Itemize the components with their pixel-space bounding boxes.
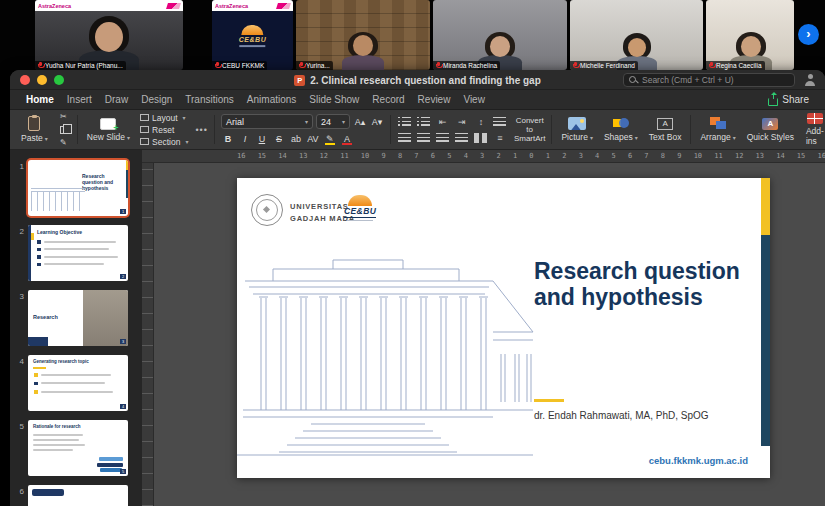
thumbnail-preview-5[interactable]: Rationale for research 5	[28, 420, 128, 476]
convert-to-smartart-button[interactable]: Convert to SmartArt	[514, 116, 546, 144]
tab-view[interactable]: View	[463, 94, 485, 105]
video-tile-3[interactable]: Yurina...	[296, 0, 430, 70]
columns-button[interactable]	[473, 131, 489, 144]
copy-button[interactable]	[56, 124, 71, 135]
thumbnail-row-1[interactable]: 1 Research question and hypothesis 1	[10, 160, 142, 216]
ugm-logo[interactable]	[251, 194, 283, 226]
font-color-button[interactable]: A	[340, 132, 354, 145]
share-icon	[768, 98, 778, 106]
increase-indent-button[interactable]: ⇥	[454, 115, 470, 128]
zoom-next-page-button[interactable]: ›	[798, 24, 819, 45]
thumbnail-row-3[interactable]: 3 Research 3	[10, 290, 142, 346]
align-right-button[interactable]	[435, 131, 451, 144]
tab-record[interactable]: Record	[372, 94, 404, 105]
slide-author[interactable]: dr. Endah Rahmawati, MA, PhD, SpOG	[534, 410, 709, 421]
align-center-button[interactable]	[416, 131, 432, 144]
tab-slide-show[interactable]: Slide Show	[309, 94, 359, 105]
thumbnail-number: 2	[10, 225, 28, 281]
tab-design[interactable]: Design	[141, 94, 172, 105]
astrazeneca-banner: AstraZeneca	[212, 0, 293, 11]
quick-styles-button[interactable]: Quick Styles	[744, 118, 797, 142]
layout-button[interactable]: Layout▾	[138, 112, 190, 123]
font-size-select[interactable]: 24▾	[316, 114, 350, 129]
add-ins-button[interactable]: Add-ins	[803, 113, 825, 146]
video-tile-5[interactable]: Michelle Ferdinand	[570, 0, 703, 70]
numbering-button[interactable]	[416, 115, 432, 128]
tab-transitions[interactable]: Transitions	[185, 94, 234, 105]
slide-website[interactable]: cebu.fkkmk.ugm.ac.id	[649, 455, 748, 466]
section-icon	[140, 138, 149, 145]
justify-button[interactable]	[454, 131, 470, 144]
align-left-icon	[398, 133, 411, 143]
video-tile-6[interactable]: Regina Caecilia	[706, 0, 794, 70]
search-box[interactable]	[623, 73, 795, 87]
thumbnail-row-2[interactable]: 2 Learning Objective 2	[10, 225, 142, 281]
cut-button[interactable]: ✂	[56, 111, 71, 122]
paragraph-group: ⇤ ⇥ ↕ ≡	[397, 113, 508, 146]
arrange-icon	[710, 117, 727, 130]
thumbnail-preview-4[interactable]: Generating research topic 4	[28, 355, 128, 411]
picture-icon	[568, 117, 586, 130]
highlight-color-button[interactable]: ✎	[323, 132, 337, 145]
new-slide-button[interactable]: New Slide▾	[84, 118, 133, 142]
yellow-accent-line[interactable]	[534, 399, 564, 402]
underline-button[interactable]: U	[255, 132, 269, 145]
video-tile-4[interactable]: Miranda Rachelina	[433, 0, 567, 70]
thumbnail-preview-2[interactable]: Learning Objective 2	[28, 225, 128, 281]
shapes-button[interactable]: Shapes▾	[601, 117, 641, 142]
increase-font-size-button[interactable]: A▴	[353, 115, 367, 128]
participant-name-tag: Miranda Rachelina	[433, 61, 500, 70]
slide-thumbnail-panel[interactable]: 1 Research question and hypothesis 1 2 L…	[10, 150, 142, 506]
participant-name-tag: CEBU FKKMK	[212, 61, 267, 70]
text-direction-button[interactable]	[492, 115, 508, 128]
thumbnail-preview-3[interactable]: Research 3	[28, 290, 128, 346]
building-line-art[interactable]	[237, 224, 537, 460]
character-spacing-button[interactable]: AV	[306, 132, 320, 145]
tab-review[interactable]: Review	[418, 94, 451, 105]
tab-insert[interactable]: Insert	[67, 94, 92, 105]
text-shadow-button[interactable]: ab	[289, 132, 303, 145]
share-button[interactable]: Share	[768, 94, 809, 106]
participant-name-tag: Yudha Nur Patria (Phanu...	[35, 61, 126, 70]
slide[interactable]: UNIVERSITAS GADJAH MADA CE&BU	[237, 178, 770, 478]
slide-edge-bar[interactable]	[761, 178, 770, 446]
font-name-select[interactable]: Arial▾	[221, 114, 313, 129]
ribbon-overflow-button[interactable]: •••	[195, 125, 207, 135]
paste-icon	[28, 116, 40, 131]
paste-button[interactable]: Paste▾	[18, 116, 51, 143]
search-input[interactable]	[642, 75, 789, 85]
thumbnail-number: 5	[10, 420, 28, 476]
thumbnail-preview-1[interactable]: Research question and hypothesis 1	[28, 160, 128, 216]
thumbnail-row-4[interactable]: 4 Generating research topic 4	[10, 355, 142, 411]
decrease-indent-button[interactable]: ⇤	[435, 115, 451, 128]
format-painter-button[interactable]: ✎	[56, 137, 71, 148]
mini-building-art	[31, 191, 85, 211]
thumbnail-row-6[interactable]: 6	[10, 485, 142, 506]
italic-button[interactable]: I	[238, 132, 252, 145]
strikethrough-button[interactable]: S	[272, 132, 286, 145]
slide-title[interactable]: Research question and hypothesis	[534, 258, 764, 311]
video-tile-1[interactable]: AstraZeneca Yudha Nur Patria (Phanu...	[35, 0, 183, 70]
copy-icon	[60, 126, 67, 134]
text-box-button[interactable]: Text Box	[646, 118, 685, 142]
thumbnail-row-5[interactable]: 5 Rationale for research	[10, 420, 142, 476]
bullet-list-icon	[398, 117, 411, 127]
line-spacing-button[interactable]: ↕	[473, 115, 489, 128]
align-left-button[interactable]	[397, 131, 413, 144]
reset-button[interactable]: Reset	[138, 124, 190, 135]
ribbon-tabs: Home Insert Draw Design Transitions Anim…	[10, 90, 825, 110]
align-text-button[interactable]: ≡	[492, 131, 508, 144]
tab-home[interactable]: Home	[26, 94, 54, 105]
bullets-button[interactable]	[397, 115, 413, 128]
arrange-button[interactable]: Arrange▾	[697, 117, 738, 142]
thumbnail-preview-6[interactable]	[28, 485, 128, 506]
bold-button[interactable]: B	[221, 132, 235, 145]
section-button[interactable]: Section▾	[138, 136, 190, 147]
picture-button[interactable]: Picture▾	[558, 117, 595, 142]
tab-draw[interactable]: Draw	[105, 94, 128, 105]
cebu-logo[interactable]: CE&BU	[344, 195, 376, 221]
video-tile-2[interactable]: AstraZeneca CE&BU CEBU FKKMK	[212, 0, 293, 70]
tab-animations[interactable]: Animations	[247, 94, 296, 105]
account-icon[interactable]	[804, 74, 816, 86]
decrease-font-size-button[interactable]: A▾	[370, 115, 384, 128]
